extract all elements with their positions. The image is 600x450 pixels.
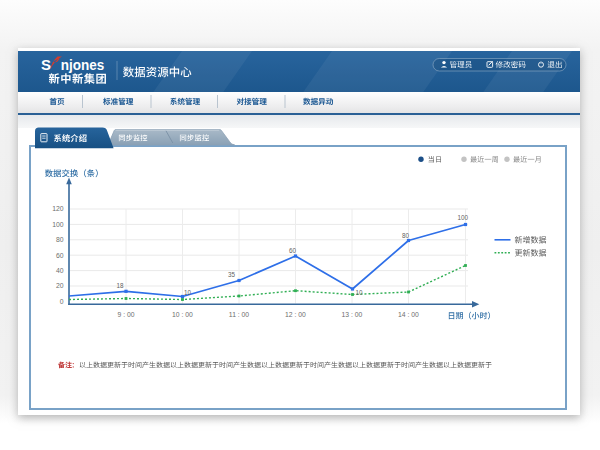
svg-text:10 : 00: 10 : 00	[172, 311, 193, 318]
svg-text:9 : 00: 9 : 00	[117, 311, 134, 318]
svg-text:14 : 00: 14 : 00	[398, 311, 419, 318]
svg-text:80: 80	[56, 236, 64, 243]
svg-text:10: 10	[184, 289, 192, 296]
svg-text:S: S	[41, 56, 51, 73]
svg-text:njones: njones	[61, 56, 105, 73]
svg-text:12 : 00: 12 : 00	[285, 311, 306, 318]
svg-text:0: 0	[60, 298, 64, 305]
svg-text:80: 80	[402, 232, 410, 239]
svg-text:60: 60	[289, 247, 297, 254]
svg-text:11 : 00: 11 : 00	[229, 311, 250, 318]
svg-text:18: 18	[117, 282, 125, 289]
svg-text:13 : 00: 13 : 00	[342, 311, 363, 318]
svg-text:20: 20	[56, 282, 64, 289]
svg-text:100: 100	[52, 221, 64, 228]
svg-text:10: 10	[356, 289, 364, 296]
svg-text:40: 40	[56, 267, 64, 274]
svg-text:120: 120	[52, 205, 64, 212]
svg-text:60: 60	[56, 252, 64, 259]
svg-text:100: 100	[458, 214, 469, 221]
svg-text:35: 35	[228, 271, 236, 278]
